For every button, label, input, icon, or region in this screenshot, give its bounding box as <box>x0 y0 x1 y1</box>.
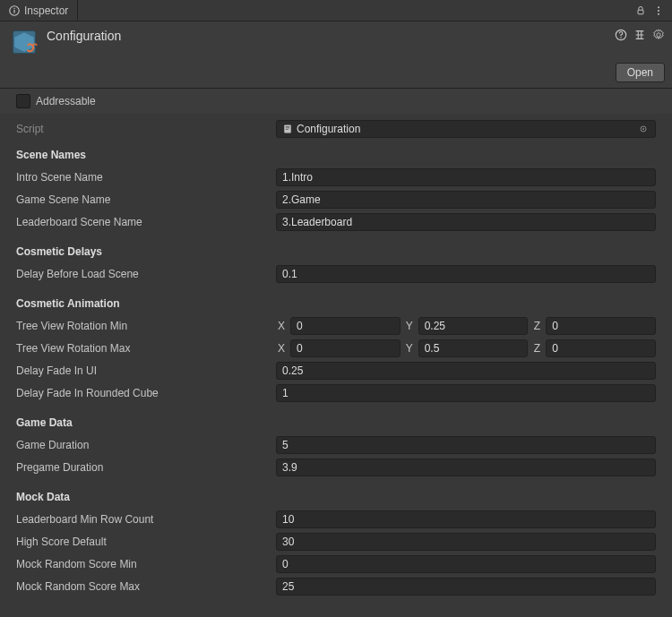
section-cosmetic-animation: Cosmetic Animation <box>16 297 276 310</box>
svg-point-4 <box>658 6 659 8</box>
svg-point-5 <box>658 10 659 12</box>
kebab-icon[interactable] <box>652 4 665 17</box>
axis-x-label: X <box>276 342 287 355</box>
help-icon[interactable] <box>615 29 627 41</box>
script-file-icon <box>282 124 293 134</box>
rot-max-y[interactable] <box>418 339 529 357</box>
svg-rect-11 <box>286 126 290 127</box>
asset-name: Configuration <box>47 25 121 43</box>
leaderboard-scene-field[interactable] <box>276 213 656 231</box>
svg-point-6 <box>658 13 659 14</box>
high-score-field[interactable] <box>276 533 656 551</box>
axis-y-label: Y <box>404 320 415 332</box>
axis-z-label: Z <box>531 320 542 332</box>
intro-scene-field[interactable] <box>276 168 656 186</box>
open-button[interactable]: Open <box>616 63 665 82</box>
game-duration-label: Game Duration <box>16 439 276 451</box>
rot-max-z[interactable] <box>546 339 656 357</box>
svg-rect-2 <box>13 7 14 8</box>
inspector-tab[interactable]: Inspector <box>0 0 78 21</box>
axis-y-label: Y <box>404 342 415 355</box>
object-picker-icon[interactable] <box>637 123 650 135</box>
script-label: Script <box>16 123 276 135</box>
axis-z-label: Z <box>531 342 542 355</box>
scriptable-object-icon <box>7 25 41 59</box>
section-mock-data: Mock Data <box>16 491 276 503</box>
script-field: Configuration <box>276 120 656 138</box>
delay-fade-cube-field[interactable] <box>276 384 656 402</box>
axis-x-label: X <box>276 320 287 332</box>
intro-scene-label: Intro Scene Name <box>16 171 276 184</box>
tab-label: Inspector <box>24 4 68 17</box>
rot-min-x[interactable] <box>290 317 401 335</box>
info-icon <box>9 5 20 16</box>
preset-icon[interactable] <box>633 29 646 41</box>
script-value: Configuration <box>297 123 360 135</box>
pregame-duration-field[interactable] <box>276 458 656 476</box>
high-score-label: High Score Default <box>16 536 276 548</box>
delay-fade-ui-field[interactable] <box>276 362 656 380</box>
rand-max-field[interactable] <box>276 578 656 596</box>
svg-point-9 <box>620 37 622 39</box>
delay-fade-cube-label: Delay Fade In Rounded Cube <box>16 387 276 399</box>
rot-min-y[interactable] <box>418 317 529 335</box>
game-scene-field[interactable] <box>276 191 656 209</box>
svg-point-15 <box>642 128 644 130</box>
lb-min-row-label: Leaderboard Min Row Count <box>16 513 276 526</box>
lock-icon[interactable] <box>634 4 647 17</box>
rand-min-label: Mock Random Score Min <box>16 558 276 570</box>
svg-rect-3 <box>638 10 643 14</box>
addressable-checkbox[interactable] <box>16 94 30 108</box>
rand-min-field[interactable] <box>276 555 656 573</box>
rot-max-x[interactable] <box>290 339 401 357</box>
pregame-duration-label: Pregame Duration <box>16 461 276 474</box>
svg-rect-12 <box>286 127 290 128</box>
addressable-label: Addressable <box>36 95 96 107</box>
rand-max-label: Mock Random Score Max <box>16 580 276 593</box>
rot-min-label: Tree View Rotation Min <box>16 320 276 332</box>
rot-min-z[interactable] <box>546 317 656 335</box>
section-scene-names: Scene Names <box>16 149 276 161</box>
delay-before-load-field[interactable] <box>276 265 656 283</box>
rot-max-label: Tree View Rotation Max <box>16 342 276 355</box>
game-scene-label: Game Scene Name <box>16 193 276 206</box>
delay-before-load-label: Delay Before Load Scene <box>16 268 276 280</box>
section-game-data: Game Data <box>16 416 276 429</box>
gear-icon[interactable] <box>652 29 665 41</box>
game-duration-field[interactable] <box>276 436 656 454</box>
svg-rect-13 <box>286 129 289 130</box>
lb-min-row-field[interactable] <box>276 510 656 528</box>
section-cosmetic-delays: Cosmetic Delays <box>16 245 276 258</box>
delay-fade-ui-label: Delay Fade In UI <box>16 364 276 377</box>
svg-rect-1 <box>13 9 14 13</box>
leaderboard-scene-label: Leaderboard Scene Name <box>16 216 276 228</box>
